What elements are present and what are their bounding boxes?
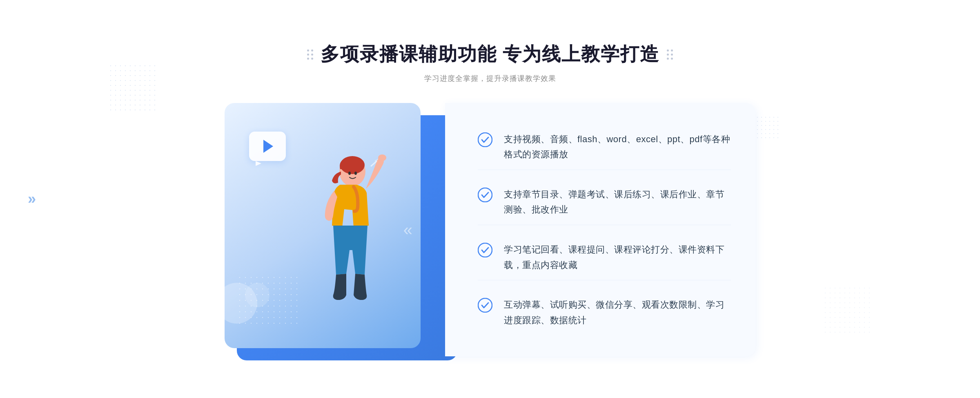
page-title: 多项录播课辅助功能 专为线上教学打造 — [321, 42, 660, 67]
feature-item-4: 互动弹幕、试听购买、微信分享、观看次数限制、学习进度跟踪、数据统计 — [478, 290, 731, 335]
play-triangle-icon — [263, 140, 273, 153]
dots-decoration-right — [823, 286, 872, 335]
feature-item-3: 学习笔记回看、课程提问、课程评论打分、课件资料下载，重点内容收藏 — [478, 235, 731, 280]
svg-point-7 — [478, 133, 492, 147]
svg-point-2 — [378, 154, 386, 161]
feature-item-2: 支持章节目录、弹题考试、课后练习、课后作业、章节测验、批改作业 — [478, 179, 731, 225]
svg-point-4 — [354, 172, 357, 175]
check-icon-4 — [478, 298, 492, 313]
play-bubble — [249, 132, 286, 161]
check-icon-1 — [478, 132, 492, 147]
feature-text-1: 支持视频、音频、flash、word、excel、ppt、pdf等各种格式的资源… — [504, 132, 731, 162]
features-panel: 支持视频、音频、flash、word、excel、ppt、pdf等各种格式的资源… — [445, 103, 755, 356]
feature-text-4: 互动弹幕、试听购买、微信分享、观看次数限制、学习进度跟踪、数据统计 — [504, 297, 731, 328]
title-wrapper: 多项录播课辅助功能 专为线上教学打造 — [307, 42, 673, 67]
illus-circle-small — [245, 283, 270, 307]
svg-point-8 — [478, 188, 492, 202]
illustration-panel: « — [225, 103, 445, 356]
dots-decoration-left — [108, 63, 157, 112]
svg-point-10 — [478, 298, 492, 312]
feature-item-1: 支持视频、音频、flash、word、excel、ppt、pdf等各种格式的资源… — [478, 124, 731, 170]
header-section: 多项录播课辅助功能 专为线上教学打造 学习进度全掌握，提升录播课教学效果 — [307, 42, 673, 83]
play-button-area — [249, 132, 290, 164]
illustration-figure — [289, 144, 403, 356]
check-icon-2 — [478, 188, 492, 202]
right-dots-decoration — [755, 115, 780, 140]
svg-point-9 — [478, 243, 492, 257]
illustration-arrows-icon: « — [403, 221, 412, 239]
title-dots-left — [307, 49, 313, 60]
svg-point-3 — [348, 172, 351, 175]
feature-text-2: 支持章节目录、弹题考试、课后练习、课后作业、章节测验、批改作业 — [504, 187, 731, 217]
chevron-left-icon: » — [28, 192, 36, 206]
feature-text-3: 学习笔记回看、课程提问、课程评论打分、课件资料下载，重点内容收藏 — [504, 242, 731, 273]
main-content: « — [204, 103, 776, 356]
check-icon-3 — [478, 243, 492, 257]
title-dots-right — [667, 49, 673, 60]
page-subtitle: 学习进度全掌握，提升录播课教学效果 — [307, 74, 673, 83]
